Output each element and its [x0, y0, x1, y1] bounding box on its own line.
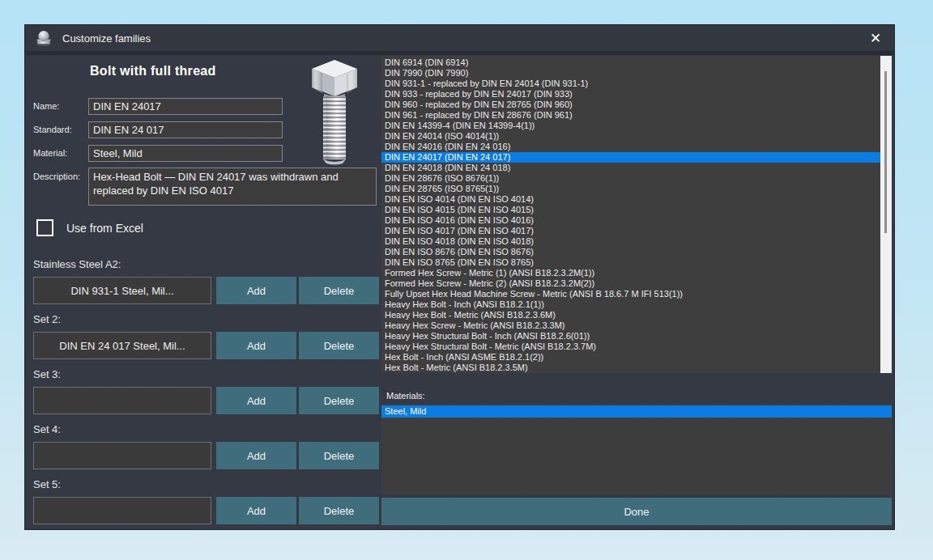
set-row: Add Delete	[33, 442, 398, 469]
delete-button[interactable]: Delete	[299, 277, 379, 304]
set-row: Add Delete	[33, 387, 398, 414]
close-icon[interactable]: ✕	[865, 29, 886, 47]
family-list-item[interactable]: Formed Hex Screw - Metric (1) (ANSI B18.…	[381, 268, 880, 278]
family-list-item[interactable]: DIN 933 - replaced by DIN EN 24017 (DIN …	[381, 89, 880, 100]
set-field[interactable]	[33, 277, 211, 304]
use-from-excel-label: Use from Excel	[66, 222, 143, 235]
set-row: Add Delete	[33, 497, 398, 524]
customize-families-dialog: Customize families ✕ Bolt with full thre…	[24, 24, 895, 530]
materials-label: Materials:	[386, 391, 425, 401]
set-group: Set 2: Add Delete	[33, 313, 398, 359]
family-list-item[interactable]: DIN EN ISO 4018 (DIN EN ISO 4018)	[381, 236, 880, 247]
delete-button[interactable]: Delete	[299, 332, 379, 359]
family-list-item[interactable]: Heavy Hex Structural Bolt - Metric (ANSI…	[381, 342, 880, 352]
family-list-item[interactable]: DIN EN 24014 (ISO 4014(1))	[381, 131, 880, 142]
set-label: Set 2:	[33, 313, 398, 327]
materials-list[interactable]: Steel, Mild	[381, 404, 892, 494]
family-list-item[interactable]: DIN EN ISO 4017 (DIN EN ISO 4017)	[381, 226, 880, 236]
family-list-item[interactable]: Formed Hex Screw - Metric (2) (ANSI B18.…	[381, 278, 880, 289]
set-label: Set 3:	[33, 368, 398, 382]
family-list-item[interactable]: DIN EN ISO 4016 (DIN EN ISO 4016)	[381, 215, 880, 226]
set-group: Set 4: Add Delete	[33, 423, 398, 469]
family-list-item[interactable]: Hex Bolt - Inch (ANSI ASME B18.2.1(2))	[381, 352, 880, 363]
material-list-item[interactable]: Steel, Mild	[381, 405, 892, 418]
set-row: Add Delete	[33, 332, 398, 359]
set-field[interactable]	[33, 442, 211, 469]
set-field[interactable]	[33, 387, 211, 414]
family-list-item[interactable]: Fully Upset Hex Head Machine Screw - Met…	[381, 289, 880, 299]
standard-field[interactable]	[88, 121, 283, 138]
set-groups: Stainless Steel A2: Add Delete Set 2: Ad…	[33, 258, 398, 533]
add-button[interactable]: Add	[216, 442, 296, 469]
add-button[interactable]: Add	[216, 497, 296, 524]
delete-button[interactable]: Delete	[299, 442, 379, 469]
family-list-item[interactable]: Hex Bolt - Metric (ANSI B18.2.3.5M)	[381, 363, 880, 373]
set-field[interactable]	[33, 497, 211, 524]
bolt-preview-image	[302, 56, 367, 169]
scrollbar-thumb[interactable]	[884, 71, 887, 233]
family-list-item[interactable]: DIN EN ISO 4015 (DIN EN ISO 4015)	[381, 205, 880, 215]
set-field[interactable]	[33, 332, 211, 359]
titlebar-separator	[25, 51, 894, 55]
delete-button[interactable]: Delete	[299, 497, 379, 524]
family-list-item[interactable]: DIN EN 14399-4 (DIN EN 14399-4(1))	[381, 121, 880, 131]
set-group: Set 5: Add Delete	[33, 478, 398, 524]
name-field[interactable]	[88, 98, 283, 115]
material-label: Material:	[33, 148, 88, 158]
set-label: Set 4:	[33, 423, 398, 437]
window-title: Customize families	[62, 32, 151, 45]
name-label: Name:	[33, 101, 88, 111]
set-row: Add Delete	[33, 277, 398, 304]
cap-nut-icon	[35, 29, 53, 47]
set-label: Stainless Steel A2:	[33, 258, 398, 272]
add-button[interactable]: Add	[216, 277, 296, 304]
family-list-item[interactable]: DIN EN 24017 (DIN EN 24 017)	[381, 152, 880, 163]
delete-button[interactable]: Delete	[299, 387, 379, 414]
family-list-item[interactable]: DIN EN 24018 (DIN EN 24 018)	[381, 163, 880, 173]
family-list-item[interactable]: DIN 961 - replaced by DIN EN 28676 (DIN …	[381, 110, 880, 121]
family-list-item[interactable]: DIN 960 - replaced by DIN EN 28765 (DIN …	[381, 100, 880, 110]
set-label: Set 5:	[33, 478, 398, 492]
family-list-item[interactable]: DIN EN ISO 4014 (DIN EN ISO 4014)	[381, 194, 880, 205]
set-group: Set 3: Add Delete	[33, 368, 398, 414]
families-list[interactable]: DIN 6914 (DIN 6914) DIN 7990 (DIN 7990) …	[381, 56, 892, 373]
standard-label: Standard:	[33, 125, 88, 134]
set-group: Stainless Steel A2: Add Delete	[33, 258, 398, 304]
family-list-item[interactable]: DIN EN 28765 (ISO 8765(1))	[381, 184, 880, 194]
description-label: Description:	[33, 172, 88, 181]
use-from-excel-row: Use from Excel	[36, 219, 143, 236]
use-from-excel-checkbox[interactable]	[36, 219, 53, 236]
title-bar: Customize families ✕	[25, 25, 894, 51]
scrollbar[interactable]	[880, 56, 892, 373]
family-list-item[interactable]: DIN 6914 (DIN 6914)	[381, 57, 880, 68]
family-list-item[interactable]: DIN EN ISO 8676 (DIN EN ISO 8676)	[381, 247, 880, 257]
family-list-item[interactable]: DIN 931-1 - replaced by DIN EN 24014 (DI…	[381, 78, 880, 89]
family-list-item[interactable]: DIN 7990 (DIN 7990)	[381, 68, 880, 78]
family-list-item[interactable]: DIN EN ISO 8765 (DIN EN ISO 8765)	[381, 257, 880, 268]
family-list-item[interactable]: Heavy Hex Bolt - Inch (ANSI B18.2.1(1))	[381, 299, 880, 310]
family-list-item[interactable]: DIN EN 24016 (DIN EN 24 016)	[381, 142, 880, 152]
family-list-item[interactable]: Heavy Hex Structural Bolt - Inch (ANSI B…	[381, 331, 880, 342]
family-list-item[interactable]: DIN EN 28676 (ISO 8676(1))	[381, 173, 880, 184]
family-list-item[interactable]: Heavy Hex Screw - Metric (ANSI B18.2.3.3…	[381, 320, 880, 331]
family-heading: Bolt with full thread	[90, 64, 216, 78]
description-field[interactable]: Hex-Head Bolt — DIN EN 24017 was withdra…	[88, 168, 377, 206]
material-field[interactable]	[88, 145, 283, 162]
add-button[interactable]: Add	[216, 332, 296, 359]
done-button[interactable]: Done	[381, 498, 892, 525]
family-list-item[interactable]: Heavy Hex Bolt - Metric (ANSI B18.2.3.6M…	[381, 310, 880, 320]
add-button[interactable]: Add	[216, 387, 296, 414]
